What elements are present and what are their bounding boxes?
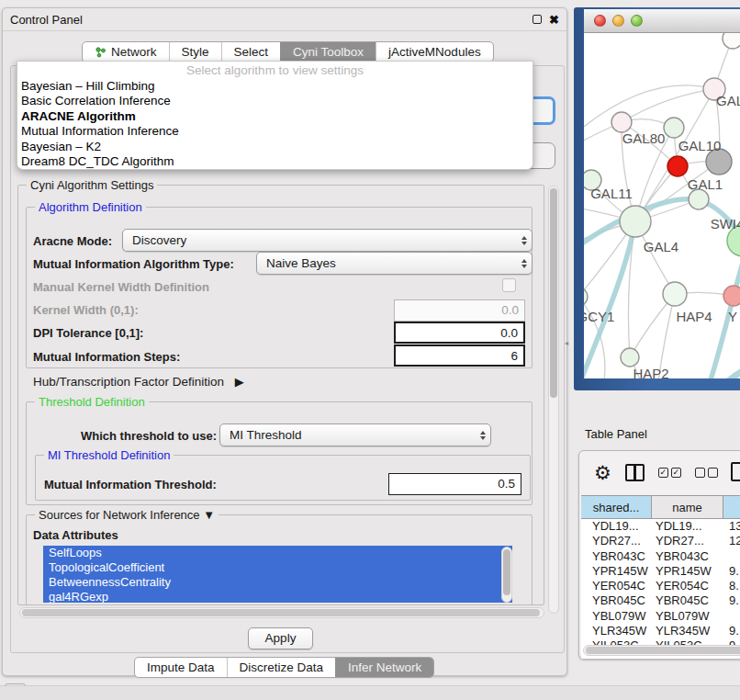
checked-checkbox-icon: ✓ (658, 468, 668, 478)
attribute-item[interactable]: BetweennessCentrality (43, 575, 512, 590)
status-bar (0, 685, 740, 700)
combobox-arrows-icon (516, 230, 532, 251)
attribute-item[interactable]: SelfLoops (43, 546, 512, 560)
algorithm-popup-placeholder: Select algorithm to view settings (17, 62, 533, 79)
algorithm-option-selected[interactable]: ARACNE Algorithm (17, 109, 533, 124)
panel-splitter-handle[interactable]: ◂ (565, 339, 570, 347)
node-label-gcy1: GCY1 (584, 309, 614, 324)
attribute-list-scrollbar (501, 547, 512, 603)
kernel-width-field[interactable]: 0.0 (394, 299, 525, 322)
settings-horizontal-scroll-thumb[interactable] (22, 609, 540, 616)
graph-node[interactable] (723, 33, 740, 49)
which-threshold-label: Which threshold to use: (81, 429, 217, 443)
network-canvas[interactable]: GAL GAL80 GAL10 GAL1 GAL11 GAL4 SWI4 GCY… (584, 33, 740, 378)
select-all-columns-icon[interactable]: ✓ ✓ (658, 468, 681, 478)
table-row[interactable]: YDL19...YDL19...13 (581, 519, 740, 534)
tab-select[interactable]: Select (221, 42, 281, 62)
network-view-inner: GAL GAL80 GAL10 GAL1 GAL11 GAL4 SWI4 GCY… (584, 9, 740, 378)
table-panel-title: Table Panel (585, 427, 647, 441)
graph-node[interactable] (663, 282, 687, 306)
graph-node-selected[interactable] (667, 156, 688, 176)
threshold-definition-title: Threshold Definition (35, 395, 149, 409)
table-row[interactable]: YBL079WYBL079W (581, 609, 740, 624)
graph-node[interactable] (621, 348, 639, 367)
control-panel-titlebar: Control Panel ✖ (3, 8, 566, 31)
float-window-icon[interactable] (533, 15, 542, 24)
table-row[interactable]: YIL053CYIL053C9 (581, 638, 740, 645)
zoom-traffic-light-icon[interactable] (631, 15, 643, 27)
tab-impute-data[interactable]: Impute Data (135, 658, 227, 677)
table-panel-toolbar: ⚙ ✓ ✓ (579, 451, 740, 493)
network-graph (584, 33, 740, 378)
split-columns-icon[interactable] (625, 464, 645, 481)
table-header-row: shared... name (581, 495, 740, 519)
dpi-tolerance-label: DPI Tolerance [0,1]: (33, 326, 143, 340)
tab-network[interactable]: Network (83, 42, 169, 62)
table-row[interactable]: YLR345WYLR345W9. (581, 624, 740, 638)
column-header-name[interactable]: name (652, 496, 723, 518)
tab-style[interactable]: Style (169, 42, 221, 62)
tab-jactivemnodules[interactable]: jActiveMNodules (376, 42, 493, 62)
mi-steps-field[interactable]: 6 (394, 344, 525, 367)
attribute-list-scroll-thumb[interactable] (503, 549, 510, 595)
algorithm-option[interactable]: Dream8 DC_TDC Algorithm (17, 154, 533, 169)
network-view-titlebar[interactable] (584, 9, 740, 33)
checked-checkbox-icon: ✓ (671, 468, 681, 478)
graph-node[interactable] (664, 118, 684, 138)
which-threshold-combobox[interactable]: MI Threshold (219, 423, 491, 446)
algorithm-option[interactable]: Basic Correlation Inference (17, 94, 533, 108)
manual-kernel-width-checkbox[interactable] (502, 278, 516, 292)
tab-cyni-toolbox[interactable]: Cyni Toolbox (280, 42, 376, 62)
column-header-partial[interactable] (723, 496, 740, 518)
node-label-gal11: GAL11 (590, 186, 633, 201)
graph-node[interactable] (723, 286, 740, 306)
aracne-mode-combobox[interactable]: Discovery (122, 229, 533, 252)
close-icon[interactable]: ✖ (549, 14, 559, 26)
sources-group-title: Sources for Network Inference ▼ (35, 508, 219, 522)
tab-infer-network[interactable]: Infer Network (335, 658, 433, 677)
node-label-gal1: GAL1 (688, 176, 723, 192)
mi-threshold-field[interactable]: 0.5 (388, 473, 521, 495)
table-panel-window: ⚙ ✓ ✓ shared... name YDL19...YDL19...13 … (578, 450, 740, 660)
algorithm-option[interactable]: Bayesian – Hill Climbing (17, 79, 533, 94)
node-label-hap4: HAP4 (676, 309, 712, 324)
table-row[interactable]: YBR043CYBR043C (581, 549, 740, 564)
minimize-traffic-light-icon[interactable] (612, 15, 624, 27)
table-row[interactable]: YPR145WYPR145W9. (581, 564, 740, 579)
close-traffic-light-icon[interactable] (594, 15, 606, 27)
page-icon[interactable] (731, 462, 740, 481)
attribute-item[interactable]: gal4RGexp (43, 590, 512, 603)
attribute-item[interactable]: TopologicalCoefficient (43, 560, 512, 575)
gear-icon[interactable]: ⚙ (594, 463, 611, 482)
dpi-tolerance-field[interactable]: 0.0 (394, 322, 525, 344)
control-panel-title: Control Panel (10, 13, 83, 27)
unchecked-checkbox-icon (708, 468, 718, 478)
table-rows: YDL19...YDL19...13 YDR27...YDR27...12 YB… (581, 519, 740, 645)
table-horizontal-scroll-thumb[interactable] (586, 647, 740, 654)
graph-node[interactable] (620, 206, 651, 237)
tab-network-label: Network (111, 45, 157, 59)
manual-kernel-width-label: Manual Kernel Width Definition (33, 280, 209, 294)
table-row[interactable]: YBR045CYBR045C9. (581, 593, 740, 608)
table-row[interactable]: YDR27...YDR27...12 (581, 534, 740, 548)
network-view-window[interactable]: GAL GAL80 GAL10 GAL1 GAL11 GAL4 SWI4 GCY… (574, 7, 740, 390)
column-header-shared[interactable]: shared... (581, 496, 652, 518)
settings-horizontal-scrollbar (19, 607, 544, 618)
algorithm-option[interactable]: Bayesian – K2 (17, 140, 533, 154)
collapse-arrow-icon[interactable]: ▼ (203, 508, 215, 522)
graph-node[interactable] (611, 112, 632, 132)
tab-discretize-data[interactable]: Discretize Data (227, 658, 336, 677)
graph-node[interactable] (584, 288, 588, 306)
algorithm-option[interactable]: Mutual Information Inference (17, 124, 533, 139)
deselect-all-columns-icon[interactable] (695, 468, 718, 478)
node-label-gal80: GAL80 (622, 130, 666, 146)
settings-vertical-scrollbar (548, 186, 559, 614)
settings-vertical-scroll-thumb[interactable] (550, 188, 557, 398)
graph-node[interactable] (689, 189, 709, 209)
mi-algorithm-type-combobox[interactable]: Naive Bayes (256, 252, 533, 275)
hub-transcription-factor-expander[interactable]: Hub/Transcription Factor Definition ▶ (33, 375, 244, 389)
cyni-settings-group-title: Cyni Algorithm Settings (27, 178, 157, 192)
kernel-width-label: Kernel Width (0,1): (33, 303, 139, 317)
table-row[interactable]: YER054CYER054C8. (581, 579, 740, 593)
apply-button[interactable]: Apply (248, 627, 313, 649)
